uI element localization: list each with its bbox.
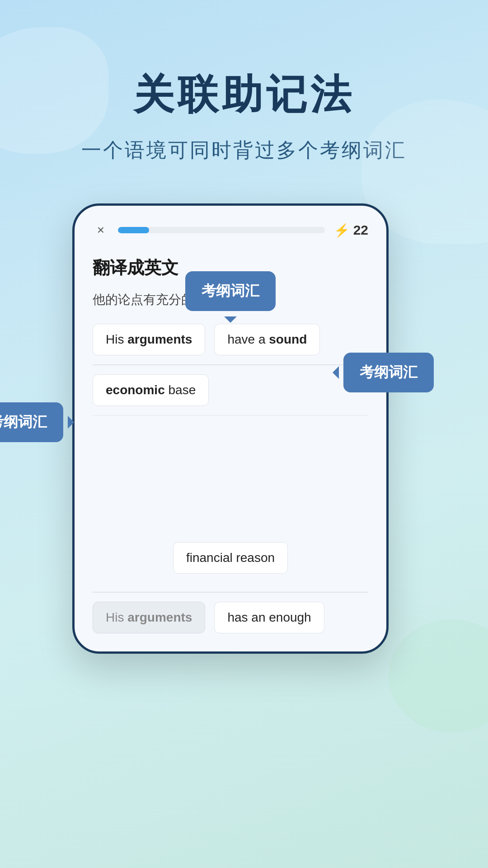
chip-text-his: His (106, 332, 127, 346)
answer-chip-his-arguments[interactable]: His arguments (93, 324, 205, 355)
progress-bar-fill (118, 227, 149, 233)
phone-container: 考纲词汇 考纲词汇 考纲词汇 × ⚡ 22 翻译成英文 他的论点有充分的经济上 (72, 203, 416, 654)
chip-text-arguments: arguments (127, 332, 192, 346)
chip-text-economic: economic (106, 383, 165, 397)
answer-chip-gray-his-arguments[interactable]: His arguments (93, 602, 205, 633)
score-value: 22 (353, 222, 368, 238)
tooltip-kagang-2: 考纲词汇 (343, 353, 434, 392)
chip-gray-his: His (106, 610, 127, 624)
divider-3 (93, 592, 368, 593)
chip-text-base: base (165, 383, 196, 397)
bottom-row: His arguments has an enough (93, 602, 368, 633)
answer-chip-has-an-enough[interactable]: has an enough (214, 602, 324, 633)
progress-bar-background (118, 227, 325, 233)
chip-text-financial-reason: financial reason (186, 551, 275, 565)
phone-header-bar: × ⚡ 22 (75, 206, 386, 247)
divider-1 (93, 364, 368, 365)
answer-row-1: His arguments have a sound (93, 324, 368, 355)
bottom-options: financial reason His arguments has an en… (75, 533, 386, 651)
chip-gray-arguments: arguments (127, 610, 192, 624)
answer-row-2: economic base (93, 374, 368, 406)
chip-text-sound: sound (269, 332, 307, 346)
empty-area (75, 443, 386, 533)
tooltip-kagang-1: 考纲词汇 (185, 271, 276, 311)
answer-chip-have-a-sound[interactable]: have a sound (214, 324, 320, 355)
answer-chip-economic-base[interactable]: economic base (93, 374, 209, 406)
lightning-icon: ⚡ (334, 223, 350, 238)
phone-inner: 考纲词汇 考纲词汇 考纲词汇 × ⚡ 22 翻译成英文 他的论点有充分的经济上 (72, 203, 416, 654)
divider-2 (93, 415, 368, 416)
tooltip-kagang-3: 考纲词汇 (0, 402, 63, 442)
score-area: ⚡ 22 (334, 222, 368, 238)
close-icon[interactable]: × (93, 222, 109, 238)
bottom-chip-financial-reason[interactable]: financial reason (173, 542, 288, 574)
chip-text-has-an-enough: has an enough (227, 610, 311, 624)
chip-text-have-a: have a (227, 332, 269, 346)
